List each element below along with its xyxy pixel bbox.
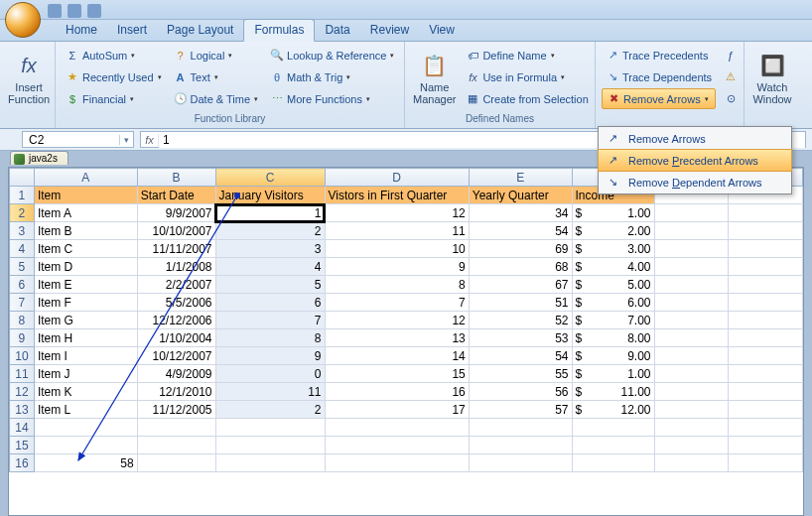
cell[interactable] — [34, 419, 137, 437]
cell[interactable] — [729, 383, 803, 401]
show-formulas-button[interactable]: ƒ — [720, 45, 742, 65]
row-header[interactable]: 15 — [10, 437, 35, 454]
use-in-formula-button[interactable]: fxUse in Formula▾ — [462, 66, 592, 87]
cell[interactable] — [729, 437, 803, 454]
cell[interactable]: Item L — [34, 401, 137, 419]
col-header[interactable]: B — [137, 169, 215, 187]
cell[interactable]: Item G — [34, 312, 137, 329]
cell[interactable]: 4 — [215, 258, 325, 276]
error-checking-button[interactable]: ⚠ — [720, 66, 742, 87]
cell[interactable] — [325, 419, 469, 437]
cell[interactable] — [572, 419, 654, 437]
lookup-reference-button[interactable]: 🔍Lookup & Reference▾ — [266, 45, 398, 65]
cell[interactable] — [469, 454, 572, 472]
tab-review[interactable]: Review — [360, 20, 419, 41]
workbook-title-tab[interactable]: java2s — [10, 151, 68, 165]
row-header[interactable]: 10 — [10, 347, 35, 365]
cell[interactable]: $3.00 — [572, 240, 654, 258]
cell[interactable]: 9 — [215, 347, 325, 365]
cell[interactable]: Item J — [34, 365, 137, 383]
cell[interactable] — [469, 419, 572, 437]
cell[interactable] — [729, 312, 803, 329]
cell[interactable] — [654, 365, 729, 383]
name-box-dropdown-icon[interactable]: ▾ — [119, 135, 133, 145]
cell[interactable] — [654, 454, 729, 472]
cell[interactable]: 51 — [469, 294, 572, 312]
cell[interactable] — [572, 437, 654, 454]
cell[interactable] — [654, 437, 729, 454]
select-all-corner[interactable] — [10, 169, 35, 187]
cell[interactable]: 2 — [215, 222, 325, 240]
cell[interactable]: 58 — [34, 454, 137, 472]
cell[interactable] — [729, 365, 803, 383]
math-trig-button[interactable]: θMath & Trig▾ — [266, 66, 398, 87]
cell[interactable]: Item F — [34, 294, 137, 312]
more-functions-button[interactable]: ⋯More Functions▾ — [266, 88, 398, 109]
cell[interactable] — [654, 383, 729, 401]
cell[interactable]: 12/12/2006 — [137, 312, 215, 329]
cell[interactable]: 7 — [325, 294, 469, 312]
cell[interactable]: 34 — [469, 204, 572, 222]
cell[interactable]: 12 — [325, 204, 469, 222]
qat-button[interactable] — [68, 4, 81, 18]
cell[interactable] — [729, 204, 803, 222]
create-from-selection-button[interactable]: ▦Create from Selection — [462, 88, 592, 109]
evaluate-formula-button[interactable]: ⊙ — [720, 88, 742, 109]
cell[interactable]: $1.00 — [572, 365, 654, 383]
cell[interactable]: $11.00 — [572, 383, 654, 401]
cell[interactable]: 11 — [325, 222, 469, 240]
trace-dependents-button[interactable]: ↘Trace Dependents — [602, 66, 716, 87]
worksheet[interactable]: ABCDEFGH1ItemStart DateJanuary VisitorsV… — [8, 167, 804, 516]
cell[interactable] — [137, 454, 215, 472]
cell[interactable] — [729, 276, 803, 294]
col-header[interactable]: D — [325, 169, 469, 187]
cell[interactable]: 16 — [325, 383, 469, 401]
cell[interactable]: 10/10/2007 — [137, 222, 215, 240]
cell[interactable]: 11 — [215, 383, 325, 401]
tab-page-layout[interactable]: Page Layout — [157, 20, 243, 41]
cell[interactable] — [729, 258, 803, 276]
cell[interactable]: Item C — [34, 240, 137, 258]
cell[interactable]: 6 — [215, 294, 325, 312]
row-header[interactable]: 8 — [10, 312, 35, 329]
cell[interactable]: 54 — [469, 347, 572, 365]
cell[interactable]: $7.00 — [572, 312, 654, 329]
cell[interactable] — [215, 419, 325, 437]
cell[interactable] — [469, 437, 572, 454]
cell[interactable] — [729, 329, 803, 347]
cell[interactable]: Item I — [34, 347, 137, 365]
row-header[interactable]: 7 — [10, 294, 35, 312]
cell[interactable]: Item A — [34, 204, 137, 222]
cell[interactable]: $12.00 — [572, 401, 654, 419]
row-header[interactable]: 6 — [10, 276, 35, 294]
cell[interactable] — [729, 401, 803, 419]
name-box[interactable]: C2▾ — [22, 131, 134, 148]
cell[interactable]: Item B — [34, 222, 137, 240]
cell[interactable]: 14 — [325, 347, 469, 365]
cell[interactable]: 10/12/2007 — [137, 347, 215, 365]
cell[interactable]: 0 — [215, 365, 325, 383]
col-header[interactable]: C — [215, 169, 325, 187]
row-header[interactable]: 3 — [10, 222, 35, 240]
menu-remove-dependent-arrows[interactable]: ↘Remove Dependent Arrows — [599, 171, 791, 194]
cell[interactable] — [654, 276, 729, 294]
row-header[interactable]: 5 — [10, 258, 35, 276]
cell[interactable] — [654, 401, 729, 419]
cell[interactable] — [215, 437, 325, 454]
tab-formulas[interactable]: Formulas — [243, 19, 315, 42]
cell[interactable]: $4.00 — [572, 258, 654, 276]
cell[interactable] — [654, 294, 729, 312]
cell[interactable]: 10 — [325, 240, 469, 258]
cell[interactable] — [137, 437, 215, 454]
tab-view[interactable]: View — [419, 20, 465, 41]
cell[interactable] — [729, 294, 803, 312]
cell[interactable]: Vistors in First Quarter — [325, 187, 469, 204]
define-name-button[interactable]: 🏷Define Name▾ — [462, 45, 592, 65]
tab-home[interactable]: Home — [56, 20, 107, 41]
cell[interactable]: 55 — [469, 365, 572, 383]
cell[interactable]: $1.00 — [572, 204, 654, 222]
logical-button[interactable]: ?Logical▾ — [170, 45, 263, 65]
cell[interactable]: 2 — [215, 401, 325, 419]
cell[interactable]: 5 — [215, 276, 325, 294]
cell[interactable]: 9 — [325, 258, 469, 276]
